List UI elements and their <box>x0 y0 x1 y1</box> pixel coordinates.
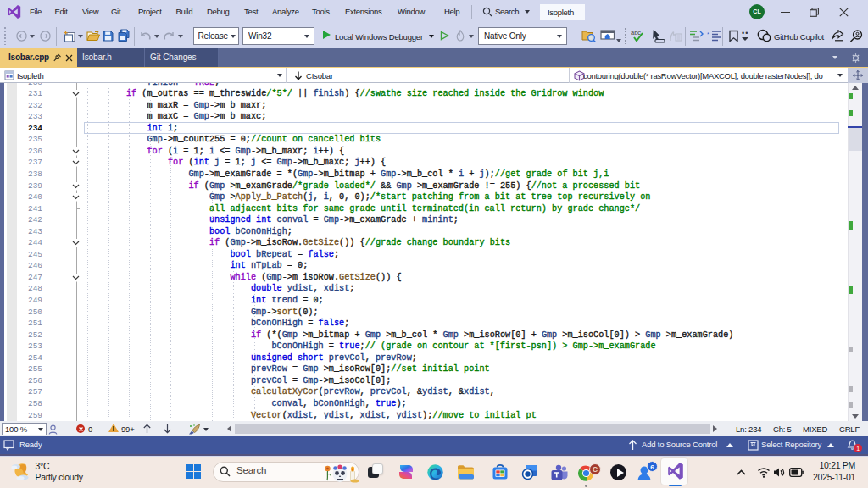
svg-text:*: * <box>707 30 709 38</box>
svg-text:abc: abc <box>631 29 641 36</box>
